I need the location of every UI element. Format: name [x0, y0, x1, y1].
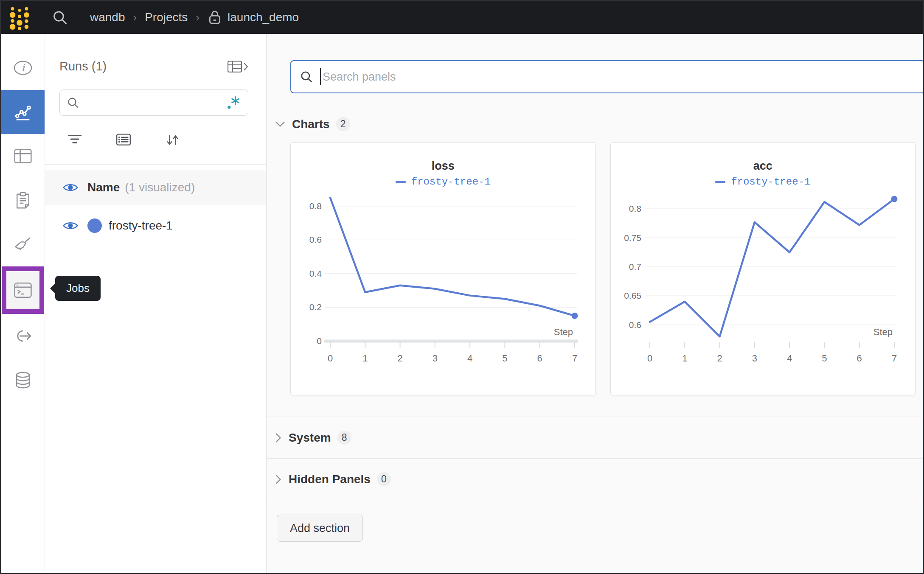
eye-icon	[63, 182, 78, 193]
legend-run-name: frosty-tree-1	[731, 176, 810, 188]
database-icon	[14, 371, 31, 389]
runs-search-input[interactable]	[84, 96, 226, 109]
section-label-charts[interactable]: Charts	[292, 118, 330, 131]
svg-text:5: 5	[822, 353, 827, 364]
wandb-logo-icon[interactable]	[8, 5, 31, 31]
jobs-tooltip: Jobs	[55, 276, 101, 301]
sidebar-item-overview[interactable]: i	[1, 46, 45, 90]
runs-visualized-count: (1 visualized)	[125, 181, 195, 194]
search-icon	[300, 70, 313, 84]
chart-panel-acc[interactable]: acc frosty-tree-1 0.60.650.70.750.801234…	[610, 142, 916, 395]
run-name[interactable]: frosty-tree-1	[109, 219, 173, 232]
svg-text:Step: Step	[873, 327, 893, 337]
svg-text:3: 3	[432, 353, 437, 364]
run-color-dot[interactable]	[87, 218, 102, 233]
sidebar-item-jobs[interactable]	[2, 266, 44, 314]
runs-table-header-row: Name (1 visualized)	[45, 170, 266, 205]
visibility-eye-icon[interactable]	[63, 182, 78, 193]
svg-text:5: 5	[502, 353, 507, 364]
global-search-icon[interactable]	[52, 9, 68, 25]
legend-swatch	[396, 181, 406, 183]
runs-search-box	[59, 90, 248, 116]
list-icon	[115, 133, 132, 146]
expand-runs-table-button[interactable]	[227, 60, 249, 73]
svg-text:7: 7	[572, 353, 577, 364]
eye-icon	[63, 221, 78, 231]
section-header-hidden-panels[interactable]: Hidden Panels 0	[275, 459, 923, 500]
app-window: wandb › Projects › launch_demo i	[0, 0, 924, 574]
sidebar-item-automations[interactable]	[1, 314, 45, 358]
breadcrumb-projects[interactable]: Projects	[145, 11, 188, 24]
section-count-badge: 0	[377, 472, 391, 486]
top-bar: wandb › Projects › launch_demo	[1, 1, 923, 34]
svg-text:0.7: 0.7	[629, 262, 641, 272]
filter-icon	[67, 133, 82, 146]
breadcrumb-separator: ›	[133, 11, 137, 24]
chevron-right-icon[interactable]	[275, 433, 282, 443]
charts-section-body: loss frosty-tree-1 00.20.40.60.801234567…	[290, 142, 916, 395]
section-label-system[interactable]: System	[289, 431, 331, 445]
text-caret	[320, 68, 321, 85]
legend-swatch	[715, 181, 725, 183]
svg-text:6: 6	[857, 353, 862, 364]
run-row[interactable]: frosty-tree-1	[45, 205, 266, 246]
chevron-down-icon[interactable]	[275, 121, 285, 128]
chevron-right-icon[interactable]	[275, 474, 282, 484]
svg-text:0: 0	[317, 336, 322, 346]
chevron-right-icon	[242, 61, 249, 72]
group-runs-button[interactable]	[115, 133, 132, 147]
add-section-button[interactable]: Add section	[277, 515, 363, 542]
svg-text:4: 4	[467, 353, 472, 364]
table-icon	[227, 60, 242, 73]
section-label-hidden-panels[interactable]: Hidden Panels	[289, 473, 371, 486]
breadcrumb-entity[interactable]: wandb	[90, 11, 125, 24]
svg-text:6: 6	[537, 353, 542, 364]
lock-icon	[208, 10, 222, 25]
sidebar-item-workspace[interactable]	[1, 90, 45, 134]
svg-text:0: 0	[647, 353, 652, 364]
legend-run-name: frosty-tree-1	[411, 176, 491, 188]
chart-title: loss	[291, 160, 595, 173]
run-visibility-eye-icon[interactable]	[63, 221, 78, 231]
section-header-charts[interactable]: Charts 2	[275, 117, 923, 131]
svg-text:3: 3	[752, 353, 757, 364]
svg-text:0.8: 0.8	[629, 204, 641, 213]
divider	[45, 164, 266, 165]
sidebar-item-logs[interactable]	[1, 178, 45, 222]
svg-text:0.4: 0.4	[309, 269, 322, 278]
workspace-main: Charts 2 loss frosty-tree-1 00.20.40.60.…	[267, 34, 923, 573]
launch-arrow-icon	[13, 329, 33, 343]
svg-text:0.6: 0.6	[309, 235, 322, 244]
clipboard-icon	[14, 191, 31, 210]
jobs-tooltip-label: Jobs	[66, 282, 90, 294]
svg-text:0.6: 0.6	[629, 320, 641, 330]
panel-search-input[interactable]	[323, 70, 916, 84]
runs-panel: Runs (1)	[45, 34, 267, 573]
section-header-system[interactable]: System 8	[275, 417, 923, 458]
chart-panel-loss[interactable]: loss frosty-tree-1 00.20.40.60.801234567…	[290, 142, 596, 395]
loss-line-chart[interactable]: 00.20.40.60.801234567Step	[295, 192, 592, 378]
acc-line-chart[interactable]: 0.60.650.70.750.801234567Step	[614, 192, 911, 378]
line-chart-icon	[13, 102, 33, 122]
svg-text:0.65: 0.65	[624, 291, 641, 300]
sort-icon	[165, 133, 180, 147]
table-icon	[14, 148, 32, 164]
breadcrumb-project-name[interactable]: launch_demo	[227, 11, 299, 24]
search-icon	[67, 96, 79, 109]
runs-column-name[interactable]: Name	[87, 181, 120, 194]
svg-text:1: 1	[362, 353, 368, 364]
runs-panel-title: Runs (1)	[59, 59, 107, 73]
svg-text:0.75: 0.75	[624, 233, 641, 243]
sidebar-item-sweeps[interactable]	[1, 222, 45, 266]
svg-text:Step: Step	[553, 327, 573, 337]
divider	[267, 500, 923, 500]
sidebar-item-artifacts[interactable]	[1, 358, 45, 402]
section-count-badge: 2	[336, 117, 350, 131]
svg-text:0: 0	[328, 353, 333, 364]
regex-toggle-icon[interactable]	[226, 95, 241, 110]
breadcrumb: wandb › Projects › launch_demo	[90, 10, 299, 25]
sort-runs-button[interactable]	[165, 133, 180, 147]
filter-runs-button[interactable]	[67, 133, 82, 147]
sidebar-item-runs-table[interactable]	[1, 134, 45, 178]
chart-legend: frosty-tree-1	[611, 176, 916, 188]
